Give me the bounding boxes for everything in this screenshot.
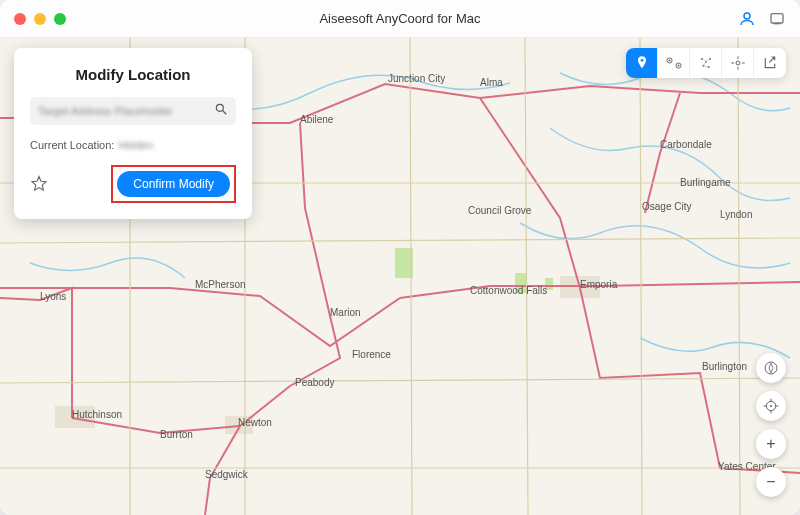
svg-point-9: [216, 104, 223, 111]
close-window-button[interactable]: [14, 13, 26, 25]
svg-line-10: [223, 111, 227, 115]
city-label: Burlington: [702, 361, 747, 372]
favorite-star-icon[interactable]: [30, 175, 48, 193]
search-input[interactable]: Target Address Placeholder: [38, 105, 214, 117]
city-label: Abilene: [300, 114, 334, 125]
city-label: Emporia: [580, 279, 618, 290]
locate-icon[interactable]: [756, 391, 786, 421]
map-canvas[interactable]: Junction CityAlmaCarbondaleAbileneBurlin…: [0, 38, 800, 515]
city-label: Lyons: [40, 291, 66, 302]
window-title: Aiseesoft AnyCoord for Mac: [0, 11, 800, 26]
city-label: Marion: [330, 307, 361, 318]
modify-location-card: Modify Location Target Address Placehold…: [14, 48, 252, 219]
city-label: Newton: [238, 417, 272, 428]
city-label: Peabody: [295, 377, 334, 388]
maximize-window-button[interactable]: [54, 13, 66, 25]
map-controls: + −: [756, 353, 786, 497]
zoom-in-button[interactable]: +: [756, 429, 786, 459]
mode-joystick-icon[interactable]: [722, 48, 754, 78]
mode-modify-location-icon[interactable]: [626, 48, 658, 78]
account-icon[interactable]: [738, 10, 756, 28]
svg-point-13: [668, 59, 670, 61]
search-icon[interactable]: [214, 102, 228, 120]
feedback-icon[interactable]: [768, 10, 786, 28]
app-window: Aiseesoft AnyCoord for Mac: [0, 0, 800, 515]
city-label: Florence: [352, 349, 391, 360]
city-label: Burrton: [160, 429, 193, 440]
svg-rect-2: [774, 23, 781, 24]
city-label: Junction City: [388, 73, 445, 84]
city-label: Carbondale: [660, 139, 712, 150]
svg-point-28: [770, 405, 772, 407]
traffic-lights: [14, 13, 66, 25]
modify-title: Modify Location: [30, 66, 236, 83]
svg-point-11: [640, 59, 643, 62]
titlebar: Aiseesoft AnyCoord for Mac: [0, 0, 800, 38]
mode-multi-stop-icon[interactable]: [690, 48, 722, 78]
search-row: Target Address Placeholder: [30, 97, 236, 125]
compass-icon[interactable]: [756, 353, 786, 383]
current-location-value: Hidden: [118, 139, 153, 151]
current-location-row: Current Location: Hidden: [30, 139, 236, 151]
city-label: Council Grove: [468, 205, 532, 216]
city-label: Osage City: [642, 201, 691, 212]
mode-one-stop-icon[interactable]: [658, 48, 690, 78]
svg-point-21: [736, 61, 740, 65]
city-label: McPherson: [195, 279, 246, 290]
zoom-out-button[interactable]: −: [756, 467, 786, 497]
titlebar-right: [738, 10, 786, 28]
city-label: Hutchinson: [72, 409, 122, 420]
minimize-window-button[interactable]: [34, 13, 46, 25]
current-location-label: Current Location:: [30, 139, 114, 151]
confirm-highlight-box: Confirm Modify: [111, 165, 236, 203]
city-label: Sedgwick: [205, 469, 249, 480]
export-icon[interactable]: [754, 48, 786, 78]
mode-toolbar: [626, 48, 786, 78]
city-label: Burlingame: [680, 177, 731, 188]
confirm-modify-button[interactable]: Confirm Modify: [117, 171, 230, 197]
city-label: Alma: [480, 77, 503, 88]
city-label: Lyndon: [720, 209, 752, 220]
card-bottom-row: Confirm Modify: [30, 165, 236, 203]
svg-point-0: [744, 13, 750, 19]
svg-point-15: [677, 65, 679, 67]
city-label: Cottonwood Falls: [470, 285, 547, 296]
svg-rect-1: [771, 13, 783, 22]
